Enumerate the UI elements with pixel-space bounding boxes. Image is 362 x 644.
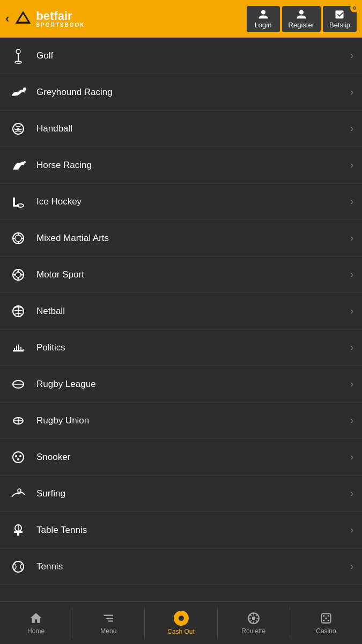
menu-item-label-ice-hockey: Ice Hockey [36,196,350,207]
svg-rect-9 [13,197,15,206]
menu-item-horse-racing[interactable]: Horse Racing› [0,147,362,184]
nav-menu[interactable]: Menu [72,602,144,644]
betslip-badge: 0 [350,4,359,12]
nav-cash-out-label: Cash Out [167,628,195,635]
menu-item-greyhound-racing[interactable]: Greyhound Racing› [0,74,362,111]
menu-item-rugby-union[interactable]: Rugby Union› [0,402,362,439]
menu-item-label-netball: Netball [36,306,350,317]
login-label: Login [255,21,272,29]
menu-item-label-horse-racing: Horse Racing [36,160,350,171]
menu-item-label-rugby-league: Rugby League [36,379,350,390]
nav-roulette[interactable]: Roulette [218,602,290,644]
svg-rect-23 [14,348,15,350]
nav-home-label: Home [27,627,45,635]
svg-point-58 [325,617,327,619]
menu-item-politics[interactable]: Politics› [0,330,362,366]
svg-point-37 [18,489,21,492]
menu-item-golf[interactable]: Golf› [0,38,362,74]
chevron-right-icon: › [350,561,353,572]
svg-line-49 [250,614,252,616]
menu-item-label-handball: Handball [36,123,350,134]
svg-point-7 [17,128,19,130]
svg-line-51 [255,614,257,616]
nav-home[interactable]: Home [0,602,72,644]
svg-rect-26 [20,347,21,350]
logo-betfair: betfair [36,10,85,22]
chevron-right-icon: › [350,342,353,353]
greyhound-icon [9,83,28,102]
politics-icon [9,338,28,357]
menu-item-ice-hockey[interactable]: Ice Hockey› [0,184,362,220]
svg-point-8 [24,161,26,163]
chevron-right-icon: › [350,451,353,463]
chevron-right-icon: › [350,488,353,499]
menu-item-snooker[interactable]: Snooker› [0,439,362,475]
rugby-league-icon [9,375,28,394]
menu-item-handball[interactable]: Handball› [0,111,362,147]
svg-point-2 [16,49,20,54]
svg-rect-41 [17,533,19,536]
netball-icon [9,302,28,321]
menu-item-motor-sport[interactable]: Motor Sport› [0,257,362,293]
nav-casino-label: Casino [316,627,336,635]
chevron-right-icon: › [350,269,353,280]
menu-item-netball[interactable]: Netball› [0,293,362,330]
chevron-right-icon: › [350,86,353,98]
motor-sport-icon [9,265,28,284]
snooker-icon [9,448,28,467]
svg-rect-40 [14,531,23,533]
header: ‹ betfair SPORTSBOOK Login Register Bets… [0,0,362,38]
menu-item-label-politics: Politics [36,342,350,353]
menu-item-table-tennis[interactable]: Table Tennis› [0,512,362,548]
chevron-right-icon: › [350,378,353,390]
nav-roulette-label: Roulette [241,627,265,635]
svg-point-55 [328,615,329,617]
svg-rect-24 [16,346,17,350]
svg-point-36 [17,458,19,460]
logo-sportsbook: SPORTSBOOK [36,22,85,28]
menu-item-label-mixed-martial-arts: Mixed Martial Arts [36,233,350,244]
nav-cash-out[interactable]: Cash Out [145,602,217,644]
logo: betfair SPORTSBOOK [13,9,246,28]
mma-icon [9,229,28,248]
svg-rect-27 [23,349,24,350]
nav-casino[interactable]: Casino [290,602,362,644]
menu-item-surfing[interactable]: Surfing› [0,475,362,512]
menu-item-rugby-league[interactable]: Rugby League› [0,366,362,402]
tennis-icon [9,557,28,576]
login-button[interactable]: Login [247,6,280,32]
svg-point-35 [19,455,21,457]
handball-icon [9,119,28,138]
table-tennis-icon [9,521,28,540]
chevron-right-icon: › [350,305,353,317]
logo-text: betfair SPORTSBOOK [36,10,85,28]
surfing-icon [9,484,28,503]
register-button[interactable]: Register [282,6,321,32]
svg-line-50 [255,620,257,621]
svg-point-57 [328,619,329,621]
betslip-label: Betslip [329,21,350,29]
menu-list: Golf›Greyhound Racing›Handball›Horse Rac… [0,38,362,601]
chevron-right-icon: › [350,232,353,244]
svg-point-44 [252,616,255,620]
svg-point-54 [323,615,324,617]
betslip-button[interactable]: Betslip 0 [323,6,357,32]
chevron-right-icon: › [350,50,353,61]
nav-menu-label: Menu [100,627,116,635]
menu-item-label-motor-sport: Motor Sport [36,269,350,280]
chevron-right-icon: › [350,196,353,207]
svg-rect-22 [13,350,24,352]
svg-point-19 [16,272,21,277]
back-button[interactable]: ‹ [5,12,9,26]
bottom-nav: Home Menu Cash Out Roulette [0,601,362,644]
header-buttons: Login Register Betslip 0 [247,6,357,32]
register-label: Register [289,21,314,29]
svg-point-56 [323,619,324,621]
menu-item-label-tennis: Tennis [36,561,350,572]
rugby-union-icon [9,411,28,430]
cash-out-icon [174,611,189,626]
menu-item-label-greyhound-racing: Greyhound Racing [36,87,350,98]
menu-item-mixed-martial-arts[interactable]: Mixed Martial Arts› [0,220,362,257]
svg-point-34 [15,455,17,457]
menu-item-tennis[interactable]: Tennis› [0,548,362,585]
